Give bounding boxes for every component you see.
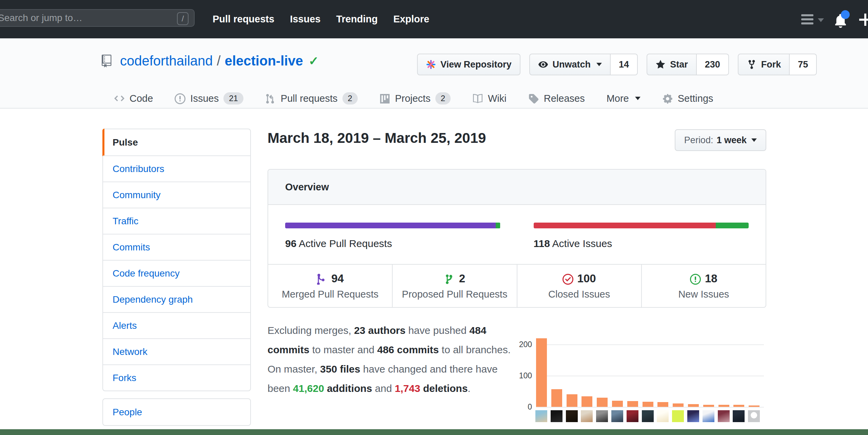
- issue-closed-icon: [563, 272, 573, 285]
- overview-title: Overview: [268, 170, 766, 205]
- tab-more[interactable]: More: [607, 93, 640, 104]
- issue-opened-icon: [175, 93, 185, 104]
- stat-label: Closed Issues: [548, 289, 610, 300]
- sidebar-item-community[interactable]: Community: [103, 182, 250, 208]
- contributor-avatar[interactable]: [733, 410, 745, 422]
- overview-box: Overview 96 Active Pull Requests118 Acti…: [268, 169, 766, 308]
- slash-key-hint: /: [177, 12, 189, 25]
- insights-sidebar: PulseContributorsCommunityTrafficCommits…: [102, 129, 251, 426]
- sidebar-item-code-frequency[interactable]: Code frequency: [103, 260, 250, 286]
- stat-closed-issues[interactable]: 100Closed Issues: [517, 265, 642, 307]
- fork-count[interactable]: 75: [790, 54, 817, 75]
- tab-code[interactable]: Code: [114, 93, 153, 104]
- contributor-avatar[interactable]: [627, 410, 638, 422]
- sidebar-item-contributors[interactable]: Contributors: [103, 155, 250, 182]
- tab-wiki[interactable]: Wiki: [472, 93, 507, 104]
- sidebar-item-pulse[interactable]: Pulse: [103, 129, 250, 155]
- contributor-avatar[interactable]: [687, 410, 699, 422]
- commit-bar: [673, 403, 684, 407]
- tab-issues[interactable]: Issues21: [175, 92, 243, 105]
- commit-bar: [612, 401, 623, 407]
- commit-bar: [749, 405, 760, 407]
- contributor-avatar[interactable]: [566, 410, 578, 422]
- contributor-avatar[interactable]: [642, 410, 654, 422]
- nav-link-issues[interactable]: Issues: [290, 14, 320, 25]
- book-icon: [472, 93, 483, 104]
- y-axis-tick-label: 200: [518, 340, 532, 349]
- commit-bar: [718, 405, 729, 407]
- contributor-avatar[interactable]: [718, 410, 730, 422]
- sidebar-item-commits[interactable]: Commits: [103, 234, 250, 260]
- tab-settings[interactable]: Settings: [662, 93, 713, 104]
- stat-label: Merged Pull Requests: [282, 289, 378, 300]
- unwatch-button[interactable]: Unwatch: [529, 54, 611, 75]
- caret-down-icon: [596, 63, 602, 66]
- star-button[interactable]: Star: [647, 54, 697, 75]
- tab-label: Wiki: [488, 93, 507, 104]
- contributor-avatar[interactable]: [611, 410, 623, 422]
- git-pull-request-icon: [265, 93, 276, 104]
- nav-link-pull-requests[interactable]: Pull requests: [213, 14, 274, 25]
- stat-label: Proposed Pull Requests: [402, 289, 507, 300]
- hamburger-menu-icon[interactable]: [801, 14, 813, 24]
- stat-proposed-pull-requests[interactable]: 2Proposed Pull Requests: [393, 265, 517, 307]
- tab-releases[interactable]: Releases: [528, 93, 585, 104]
- watch-count[interactable]: 14: [611, 54, 638, 75]
- sidebar-item-traffic[interactable]: Traffic: [103, 208, 250, 234]
- code-icon: [114, 93, 125, 104]
- repo-icon: [102, 54, 115, 68]
- contributor-avatar[interactable]: [551, 410, 563, 422]
- stat-new-issues[interactable]: 18New Issues: [642, 265, 766, 307]
- top-nav: Search or jump to… / Pull requestsIssues…: [0, 0, 868, 38]
- sidebar-item-network[interactable]: Network: [103, 338, 250, 364]
- contributor-avatar[interactable]: [703, 410, 714, 422]
- verified-check-icon: ✓: [309, 54, 319, 68]
- people-menu: People: [102, 398, 251, 426]
- search-placeholder: Search or jump to…: [0, 13, 82, 23]
- tab-pull-requests[interactable]: Pull requests2: [265, 92, 358, 105]
- active-issues-bar: 118 Active Issues: [534, 223, 749, 264]
- notification-dot: [841, 10, 850, 19]
- repo-owner-link[interactable]: codeforthailand: [120, 53, 213, 69]
- commit-bar: [703, 405, 714, 407]
- view-repository-button[interactable]: View Repository: [417, 54, 520, 75]
- y-axis-tick-label: 0: [518, 402, 532, 412]
- contributor-avatar[interactable]: [535, 410, 547, 422]
- repo-tabs: CodeIssues21Pull requests2Projects2WikiR…: [114, 90, 713, 107]
- stat-value: 94: [316, 272, 344, 285]
- repo-header: codeforthailand / election-live ✓ View R…: [0, 38, 868, 109]
- fork-button[interactable]: Fork: [738, 54, 790, 75]
- issue-opened-icon: [690, 272, 701, 285]
- commit-bar: [733, 405, 744, 407]
- sidebar-item-dependency-graph[interactable]: Dependency graph: [103, 286, 250, 312]
- progress-bar-label: 118 Active Issues: [534, 238, 749, 249]
- star-count[interactable]: 230: [697, 54, 729, 75]
- repo-name-link[interactable]: election-live: [225, 53, 303, 69]
- contributor-avatar[interactable]: [748, 410, 760, 422]
- nav-link-trending[interactable]: Trending: [336, 14, 377, 25]
- contributor-avatar[interactable]: [596, 410, 608, 422]
- progress-bar: [534, 223, 749, 228]
- commit-bar: [627, 401, 638, 407]
- tab-label: Projects: [395, 93, 431, 104]
- contributor-avatar[interactable]: [672, 410, 684, 422]
- create-new-plus-icon[interactable]: [859, 14, 868, 26]
- nav-links: Pull requestsIssuesTrendingExplore: [213, 0, 429, 38]
- notifications-bell-icon[interactable]: [833, 14, 848, 28]
- sidebar-item-forks[interactable]: Forks: [103, 364, 250, 391]
- sidebar-item-alerts[interactable]: Alerts: [103, 312, 250, 338]
- nav-caret-icon[interactable]: [818, 18, 824, 22]
- contributor-avatar[interactable]: [581, 410, 593, 422]
- contributor-avatar[interactable]: [657, 410, 669, 422]
- commit-bar: [581, 396, 592, 407]
- period-dropdown[interactable]: Period: 1 week: [675, 129, 766, 151]
- search-input[interactable]: Search or jump to… /: [0, 9, 195, 27]
- nav-link-explore[interactable]: Explore: [393, 14, 429, 25]
- eye-icon: [538, 59, 548, 70]
- stat-merged-pull-requests[interactable]: 94Merged Pull Requests: [268, 265, 393, 307]
- watch-button-group: Unwatch 14: [529, 54, 638, 75]
- sidebar-item-people[interactable]: People: [103, 399, 250, 425]
- tab-projects[interactable]: Projects2: [379, 92, 451, 105]
- commits-bar-chart: 2001000: [518, 325, 766, 420]
- active-pull-requests-bar: 96 Active Pull Requests: [285, 223, 500, 264]
